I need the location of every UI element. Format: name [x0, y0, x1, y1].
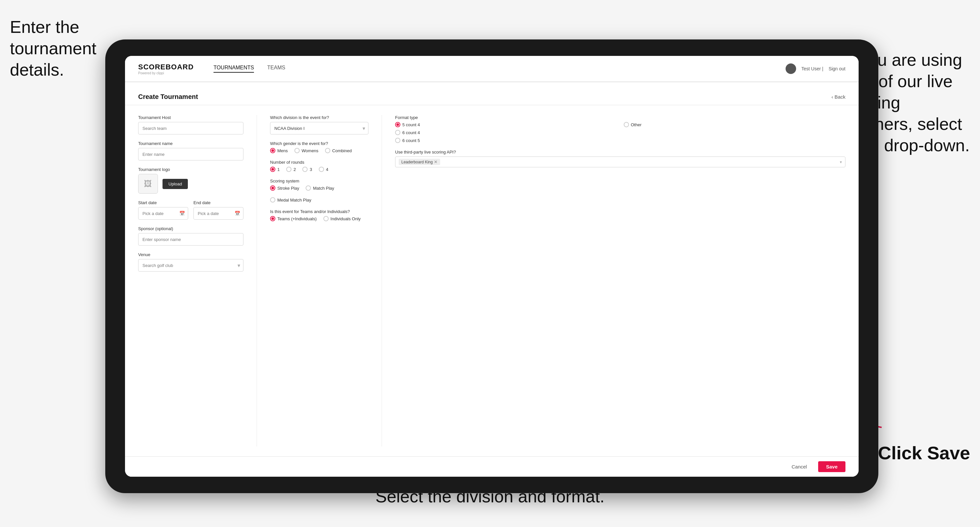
- format-type-label: Format type: [395, 115, 845, 120]
- gender-group: Which gender is the event for? Mens Wome…: [270, 141, 368, 153]
- upload-button[interactable]: Upload: [162, 179, 188, 189]
- back-button[interactable]: ‹ Back: [831, 94, 845, 100]
- gender-womens-radio[interactable]: [294, 148, 300, 153]
- teams-teams[interactable]: Teams (+Individuals): [270, 216, 317, 221]
- rounds-radio-group: 1 2 3 4: [270, 167, 368, 172]
- format-other[interactable]: Other: [624, 122, 846, 127]
- venue-group: Venue ▾: [138, 252, 243, 271]
- teams-individuals-label: Individuals Only: [331, 216, 361, 221]
- scoring-label: Scoring system: [270, 178, 368, 183]
- format-other-label: Other: [631, 122, 642, 127]
- form-col-mid: Which division is the event for? NCAA Di…: [256, 115, 368, 446]
- bottom-bar: Cancel Save: [125, 456, 859, 477]
- scoring-match-radio[interactable]: [305, 186, 311, 190]
- teams-teams-radio[interactable]: [270, 216, 275, 221]
- nav-links: TOURNAMENTS TEAMS: [213, 65, 766, 73]
- teams-individuals-radio[interactable]: [323, 216, 329, 221]
- gender-mens[interactable]: Mens: [270, 148, 288, 153]
- logo-placeholder: 🖼: [138, 174, 158, 194]
- annotation-click-save: Click Save: [878, 441, 970, 465]
- rounds-1-radio[interactable]: [270, 167, 275, 172]
- format-5count4[interactable]: 5 count 4: [395, 122, 617, 127]
- nav-link-teams[interactable]: TEAMS: [267, 65, 285, 73]
- format-6count5-radio[interactable]: [395, 138, 400, 143]
- rounds-4[interactable]: 4: [319, 167, 328, 172]
- gender-radio-group: Mens Womens Combined: [270, 148, 368, 153]
- division-group: Which division is the event for? NCAA Di…: [270, 115, 368, 135]
- tournament-name-group: Tournament name: [138, 141, 243, 160]
- venue-search-input[interactable]: [138, 259, 243, 271]
- host-search-input[interactable]: [138, 122, 243, 135]
- save-button[interactable]: Save: [818, 461, 845, 472]
- scoring-medal[interactable]: Medal Match Play: [270, 197, 311, 203]
- nav-user-text: Test User |: [801, 66, 823, 71]
- scoring-match-label: Match Play: [313, 186, 334, 190]
- annotation-enter-details: Enter the tournament details.: [10, 16, 102, 81]
- end-date-group: End date 📅: [193, 200, 243, 220]
- rounds-2-radio[interactable]: [286, 167, 291, 172]
- cancel-button[interactable]: Cancel: [785, 461, 813, 472]
- tablet-screen: SCOREBOARD Powered by clippi TOURNAMENTS…: [125, 56, 859, 477]
- logo-label: Tournament logo: [138, 167, 243, 172]
- scoring-stroke-radio[interactable]: [270, 186, 275, 190]
- sponsor-group: Sponsor (optional): [138, 226, 243, 246]
- format-5count4-radio[interactable]: [395, 122, 400, 127]
- sponsor-input[interactable]: [138, 233, 243, 246]
- teams-individuals[interactable]: Individuals Only: [323, 216, 361, 221]
- format-other-radio[interactable]: [624, 122, 629, 127]
- logo-area: SCOREBOARD Powered by clippi: [138, 63, 194, 75]
- gender-mens-radio[interactable]: [270, 148, 275, 153]
- live-scoring-remove-icon[interactable]: ✕: [434, 159, 438, 164]
- rounds-4-radio[interactable]: [319, 167, 324, 172]
- rounds-4-label: 4: [326, 167, 328, 172]
- tournament-host-group: Tournament Host: [138, 115, 243, 135]
- navbar: SCOREBOARD Powered by clippi TOURNAMENTS…: [125, 56, 859, 82]
- gender-label: Which gender is the event for?: [270, 141, 368, 146]
- nav-right: Test User | Sign out: [786, 63, 845, 74]
- format-6count4-label: 6 count 4: [402, 130, 420, 135]
- date-row: Start date 📅 End date 📅: [138, 200, 243, 220]
- nav-signout[interactable]: Sign out: [829, 66, 845, 71]
- rounds-3[interactable]: 3: [302, 167, 312, 172]
- tournament-name-input[interactable]: [138, 148, 243, 160]
- annotation-click-save-bold: Save: [927, 443, 970, 463]
- live-scoring-value: Leaderboard King: [401, 160, 433, 164]
- rounds-3-label: 3: [310, 167, 312, 172]
- format-6count4-radio[interactable]: [395, 130, 400, 135]
- form-col-right: Format type 5 count 4 Other 6 count 4: [382, 115, 845, 446]
- page-header: Create Tournament ‹ Back: [125, 82, 859, 105]
- host-input-wrapper: [138, 122, 243, 135]
- gender-womens-label: Womens: [302, 148, 318, 153]
- nav-link-tournaments[interactable]: TOURNAMENTS: [213, 65, 254, 73]
- gender-womens[interactable]: Womens: [294, 148, 318, 153]
- rounds-label: Number of rounds: [270, 160, 368, 165]
- gender-combined[interactable]: Combined: [325, 148, 352, 153]
- end-date-wrapper: 📅: [193, 207, 243, 220]
- start-date-group: Start date 📅: [138, 200, 188, 220]
- gender-combined-radio[interactable]: [325, 148, 330, 153]
- scoring-stroke-label: Stroke Play: [277, 186, 299, 190]
- rounds-1[interactable]: 1: [270, 167, 280, 172]
- rounds-2[interactable]: 2: [286, 167, 296, 172]
- page-title: Create Tournament: [138, 93, 198, 101]
- rounds-group: Number of rounds 1 2 3: [270, 160, 368, 172]
- rounds-3-radio[interactable]: [302, 167, 308, 172]
- format-6count4[interactable]: 6 count 4: [395, 130, 617, 135]
- logo-upload-area: 🖼 Upload: [138, 174, 243, 194]
- scoring-match[interactable]: Match Play: [305, 186, 334, 190]
- live-scoring-tag: Leaderboard King ✕: [399, 159, 440, 165]
- tablet-frame: SCOREBOARD Powered by clippi TOURNAMENTS…: [105, 40, 878, 493]
- division-select[interactable]: NCAA Division I: [270, 122, 368, 135]
- scoring-stroke[interactable]: Stroke Play: [270, 186, 299, 190]
- venue-dropdown-icon: ▾: [238, 263, 240, 268]
- format-6count5[interactable]: 6 count 5: [395, 138, 617, 143]
- teams-radio-group: Teams (+Individuals) Individuals Only: [270, 216, 368, 221]
- form-col-left: Tournament Host Tournament name Tourname…: [138, 115, 243, 446]
- live-scoring-label: Use third-party live scoring API?: [395, 149, 845, 154]
- live-scoring-input-wrapper[interactable]: Leaderboard King ✕ ▾: [395, 157, 845, 167]
- name-label: Tournament name: [138, 141, 243, 146]
- scoring-medal-radio[interactable]: [270, 197, 275, 203]
- end-date-label: End date: [193, 200, 243, 205]
- annotation-click-save-prefix: Click: [878, 443, 927, 463]
- logo-sub: Powered by clippi: [138, 71, 194, 75]
